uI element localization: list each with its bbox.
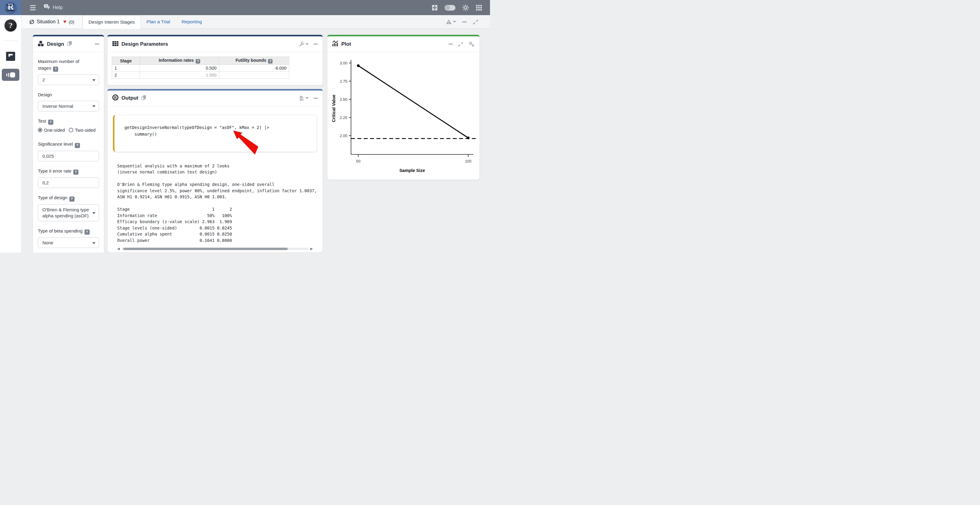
left-sidebar: ? — [0, 15, 22, 252]
collapse-all-button[interactable] — [462, 22, 467, 22]
type2-error-input[interactable] — [38, 178, 99, 188]
futility-bound-cell[interactable]: -6.000 — [219, 65, 289, 72]
avatar[interactable]: ? — [5, 19, 17, 32]
max-stages-label: Maximum number of stages? — [38, 58, 92, 72]
help-button[interactable]: ? Help — [44, 4, 63, 11]
col-header-information-rates: Information rates? — [140, 57, 219, 65]
design-panel: Design Maximum number of stages? 2 — [33, 35, 104, 252]
radio-two-sided[interactable]: Two-sided — [69, 127, 95, 133]
wrench-dropdown-button[interactable] — [299, 41, 309, 47]
chevron-down-icon — [92, 105, 95, 107]
tab-design-interim-stages[interactable]: Design Interim Stages — [83, 15, 141, 29]
copy-icon[interactable] — [67, 41, 72, 48]
help-badge[interactable]: ? — [48, 119, 53, 125]
radio-one-sided[interactable]: One-sided — [38, 127, 65, 133]
futility-bound-cell[interactable] — [219, 72, 289, 79]
plot-expand-icon[interactable] — [458, 41, 463, 47]
scrollbar-track[interactable] — [121, 248, 308, 250]
help-badge[interactable]: ? — [196, 59, 200, 64]
situation-label: Situation 1 — [37, 19, 60, 24]
svg-text:2.50: 2.50 — [340, 97, 347, 102]
chevron-down-icon — [92, 242, 95, 244]
cubes-icon — [38, 41, 44, 48]
theme-toggle[interactable] — [445, 5, 455, 11]
test-label: Test? — [38, 118, 99, 125]
expand-icon[interactable] — [473, 19, 479, 25]
plot-collapse-button[interactable] — [449, 44, 453, 44]
design-parameters-table: Stage Information rates? Futility bounds… — [112, 57, 289, 79]
max-stages-select[interactable]: 2 — [38, 75, 99, 85]
help-badge[interactable]: ? — [53, 67, 58, 72]
export-dropdown-button[interactable] — [299, 95, 309, 101]
heart-icon[interactable]: ♥ — [63, 19, 66, 25]
tab-reporting[interactable]: Reporting — [176, 15, 207, 29]
type2-error-label: Type II error rate? — [38, 168, 99, 175]
type-of-design-select[interactable]: O'Brien & Fleming type alpha spending (a… — [38, 204, 99, 221]
output-collapse-button[interactable] — [313, 98, 318, 99]
chevron-down-icon — [92, 212, 95, 214]
empty-set-icon: ∅ — [29, 19, 34, 25]
situation-tab[interactable]: ∅ Situation 1 ♥ (0) — [22, 15, 83, 29]
chevron-down-icon — [92, 79, 95, 81]
fullscreen-icon[interactable] — [431, 5, 438, 11]
stage-cell: 2 — [112, 72, 140, 79]
r-logo-icon: R — [112, 94, 119, 102]
significance-label: Significance level? — [38, 141, 99, 148]
information-rate-cell[interactable]: 0.500 — [140, 65, 219, 72]
svg-text:Critical Value: Critical Value — [331, 94, 336, 122]
hamburger-menu-icon[interactable] — [30, 5, 36, 10]
toggle-knob — [445, 5, 450, 10]
design-parameters-collapse-button[interactable] — [313, 44, 318, 44]
svg-text:50: 50 — [356, 159, 360, 164]
help-bubble-icon: ? — [44, 4, 50, 11]
design-parameters-panel: Design Parameters — [107, 35, 323, 86]
svg-text:Sample Size: Sample Size — [399, 168, 425, 173]
help-badge[interactable]: ? — [84, 229, 90, 235]
table-icon — [112, 41, 119, 48]
sun-icon[interactable] — [462, 4, 469, 11]
favorites-count: (0) — [69, 19, 74, 24]
design-parameters-title: Design Parameters — [121, 41, 168, 47]
design-select[interactable]: Inverse Normal — [38, 101, 99, 111]
help-badge[interactable]: ? — [268, 59, 272, 64]
tab-plan-a-trial[interactable]: Plan a Trial — [141, 15, 176, 29]
svg-text:3.00: 3.00 — [340, 61, 347, 65]
beta-spending-label: Type of beta spending? — [38, 228, 99, 235]
f-logo-icon[interactable] — [6, 52, 15, 61]
scroll-right-arrow[interactable]: ▶ — [310, 247, 313, 250]
svg-text:?: ? — [45, 5, 47, 8]
svg-text:2.75: 2.75 — [340, 79, 347, 84]
stage-cell: 1 — [112, 65, 140, 72]
col-header-futility-bounds: Futility bounds? — [219, 57, 289, 65]
top-bar: R PACT Cloud ? Help — [0, 0, 490, 15]
design-panel-title: Design — [47, 41, 64, 47]
help-badge[interactable]: ? — [75, 143, 80, 148]
rpact-logo-circle: R PACT Cloud — [5, 2, 17, 13]
horizontal-scrollbar[interactable]: ◀ ▶ — [117, 247, 313, 250]
help-badge[interactable]: ? — [73, 170, 78, 175]
scroll-left-arrow[interactable]: ◀ — [117, 247, 119, 250]
beta-spending-select[interactable]: None — [38, 237, 99, 248]
information-rate-cell[interactable]: 1.000 — [140, 72, 219, 79]
plot-settings-gears-icon[interactable] — [468, 41, 475, 47]
r-code-block[interactable]: getDesignInverseNormal(typeOfDesign = "a… — [113, 115, 317, 152]
panel-toggle-button[interactable] — [2, 69, 19, 81]
help-badge[interactable]: ? — [69, 197, 75, 202]
col-header-stage: Stage — [112, 57, 140, 65]
table-row: 2 1.000 — [112, 72, 289, 79]
rpact-logo[interactable]: R PACT Cloud — [0, 0, 22, 15]
svg-text:R: R — [114, 96, 116, 100]
copy-icon[interactable] — [141, 95, 146, 102]
warning-dropdown-button[interactable] — [446, 19, 456, 24]
type-of-design-label: Type of design? — [38, 194, 99, 201]
r-code: getDesignInverseNormal(typeOfDesign = "a… — [124, 124, 314, 137]
significance-input[interactable] — [38, 151, 99, 161]
svg-text:100: 100 — [465, 159, 471, 164]
tab-bar: ∅ Situation 1 ♥ (0) Design Interim Stage… — [22, 15, 490, 29]
apps-grid-icon[interactable] — [476, 5, 482, 11]
caret-down-icon — [453, 21, 456, 23]
svg-text:2.00: 2.00 — [340, 133, 347, 138]
wrench-icon — [299, 41, 304, 47]
design-collapse-button[interactable] — [95, 44, 99, 44]
scrollbar-thumb[interactable] — [123, 248, 288, 250]
